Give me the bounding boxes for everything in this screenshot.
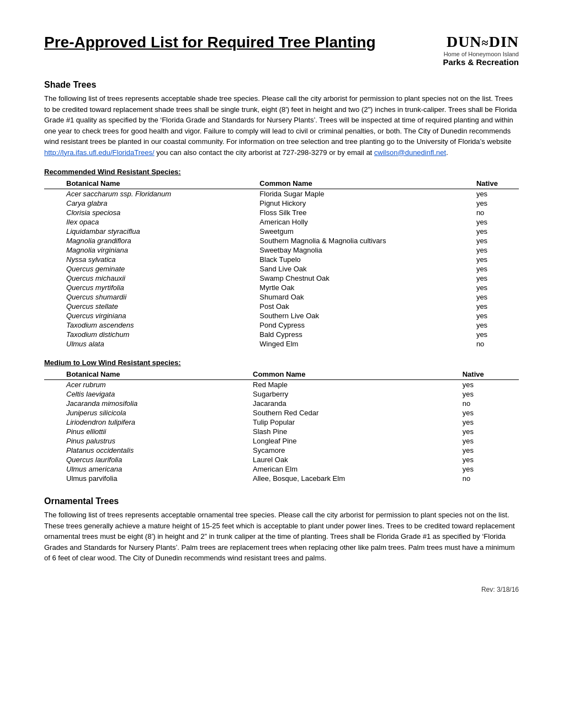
common-name: American Holly [256, 217, 473, 227]
botanical-name: Quercus shumardii [44, 292, 256, 302]
ornamental-trees-heading: Ornamental Trees [44, 496, 519, 506]
medium-low-table: Botanical Name Common Name Native Acer r… [44, 369, 519, 483]
table-row: Quercus stellate Post Oak yes [44, 302, 519, 311]
shade-trees-body: The following list of trees represents a… [44, 93, 519, 158]
botanical-name: Carya glabra [44, 199, 256, 208]
table-row: Clorisia speciosa Floss Silk Tree no [44, 208, 519, 217]
common-name: Slash Pine [249, 427, 459, 436]
table-row: Ulmus parvifolia Allee, Bosque, Lacebark… [44, 474, 519, 483]
native-status: yes [473, 283, 519, 292]
florida-trees-link[interactable]: http://lyra.ifas.ufl.edu/FloridaTrees/ [44, 148, 155, 157]
email-link[interactable]: cwilson@dunedinfl.net [374, 148, 446, 157]
table-row: Liquidambar styraciflua Sweetgum yes [44, 227, 519, 236]
botanical-name: Ulmus americana [44, 464, 249, 474]
shade-trees-body-text: The following list of trees represents a… [44, 94, 517, 146]
common-name: Sugarberry [249, 389, 459, 399]
native-status: yes [473, 292, 519, 302]
logo-main: DUN≈DIN [419, 33, 519, 51]
botanical-name: Quercus laurifolia [44, 455, 249, 464]
common-name: Florida Sugar Maple [256, 189, 473, 199]
native-status: yes [473, 264, 519, 274]
common-name: Southern Magnolia & Magnolia cultivars [256, 236, 473, 245]
native-status: yes [459, 436, 519, 446]
table-header-row-2: Botanical Name Common Name Native [44, 369, 519, 380]
native-status: yes [473, 245, 519, 255]
logo-area: DUN≈DIN Home of Honeymoon Island Parks &… [419, 33, 519, 67]
native-status: yes [473, 330, 519, 339]
common-name: American Elm [249, 464, 459, 474]
native-status: yes [473, 274, 519, 283]
common-name: Shumard Oak [256, 292, 473, 302]
table-row: Pinus elliottii Slash Pine yes [44, 427, 519, 436]
table-row: Jacaranda mimosifolia Jacaranda no [44, 399, 519, 408]
native-status: yes [459, 427, 519, 436]
botanical-name: Quercus michauxii [44, 274, 256, 283]
botanical-name: Quercus myrtifolia [44, 283, 256, 292]
col-botanical: Botanical Name [44, 178, 256, 189]
native-status: no [459, 399, 519, 408]
botanical-name: Ilex opaca [44, 217, 256, 227]
botanical-name: Taxodium distichum [44, 330, 256, 339]
footer: Rev: 3/18/16 [44, 586, 519, 593]
table-row: Quercus laurifolia Laurel Oak yes [44, 455, 519, 464]
common-name: Pignut Hickory [256, 199, 473, 208]
native-status: yes [473, 236, 519, 245]
common-name: Longleaf Pine [249, 436, 459, 446]
botanical-name: Quercus geminate [44, 264, 256, 274]
table-row: Pinus palustrus Longleaf Pine yes [44, 436, 519, 446]
botanical-name: Platanus occidentalis [44, 446, 249, 455]
common-name: Sycamore [249, 446, 459, 455]
table-row: Acer saccharum ssp. Floridanum Florida S… [44, 189, 519, 199]
botanical-name: Ulmus alata [44, 339, 256, 349]
native-status: yes [459, 417, 519, 427]
header-row: Pre-Approved List for Required Tree Plan… [44, 33, 519, 67]
botanical-name: Liquidambar styraciflua [44, 227, 256, 236]
common-name: Allee, Bosque, Lacebark Elm [249, 474, 459, 483]
common-name: Laurel Oak [249, 455, 459, 464]
common-name: Post Oak [256, 302, 473, 311]
shade-trees-end: . [446, 148, 448, 157]
native-status: yes [473, 217, 519, 227]
native-status: yes [459, 446, 519, 455]
common-name: Swamp Chestnut Oak [256, 274, 473, 283]
footer-text: Rev: 3/18/16 [481, 586, 519, 593]
botanical-name: Juniperus silicicola [44, 408, 249, 417]
botanical-name: Quercus virginiana [44, 311, 256, 320]
table-row: Ulmus americana American Elm yes [44, 464, 519, 474]
common-name: Tulip Popular [249, 417, 459, 427]
native-status: yes [473, 302, 519, 311]
table-row: Quercus virginiana Southern Live Oak yes [44, 311, 519, 320]
ornamental-trees-body: The following list of trees represents a… [44, 510, 519, 564]
botanical-name: Taxodium ascendens [44, 320, 256, 330]
native-status: yes [459, 389, 519, 399]
table-header-row: Botanical Name Common Name Native [44, 178, 519, 189]
table-row: Platanus occidentalis Sycamore yes [44, 446, 519, 455]
common-name: Bald Cypress [256, 330, 473, 339]
common-name: Winged Elm [256, 339, 473, 349]
table-row: Taxodium ascendens Pond Cypress yes [44, 320, 519, 330]
common-name: Jacaranda [249, 399, 459, 408]
shade-trees-heading: Shade Trees [44, 80, 519, 90]
native-status: yes [473, 311, 519, 320]
table-row: Acer rubrum Red Maple yes [44, 380, 519, 390]
table-row: Celtis laevigata Sugarberry yes [44, 389, 519, 399]
table-row: Nyssa sylvatica Black Tupelo yes [44, 255, 519, 264]
col-native: Native [473, 178, 519, 189]
col-common: Common Name [256, 178, 473, 189]
native-status: yes [459, 464, 519, 474]
native-status: no [473, 208, 519, 217]
page-title: Pre-Approved List for Required Tree Plan… [44, 33, 419, 52]
table-row: Quercus geminate Sand Live Oak yes [44, 264, 519, 274]
botanical-name: Celtis laevigata [44, 389, 249, 399]
native-status: yes [459, 408, 519, 417]
botanical-name: Ulmus parvifolia [44, 474, 249, 483]
botanical-name: Acer rubrum [44, 380, 249, 390]
botanical-name: Magnolia virginiana [44, 245, 256, 255]
botanical-name: Liriodendron tulipifera [44, 417, 249, 427]
common-name: Sweetgum [256, 227, 473, 236]
wind-resistant-heading: Recommended Wind Resistant Species: [44, 168, 519, 176]
table-row: Quercus michauxii Swamp Chestnut Oak yes [44, 274, 519, 283]
col-botanical-2: Botanical Name [44, 369, 249, 380]
logo-subtitle: Home of Honeymoon Island [419, 51, 519, 57]
table-row: Taxodium distichum Bald Cypress yes [44, 330, 519, 339]
